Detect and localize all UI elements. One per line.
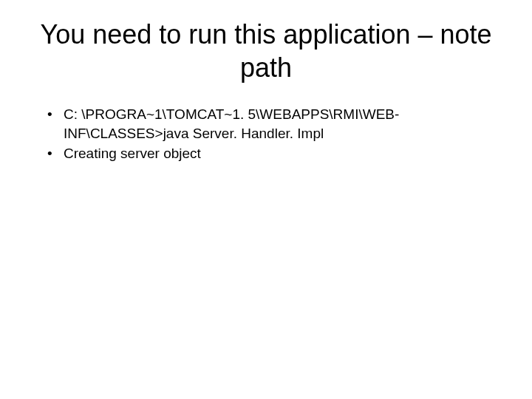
slide-container: You need to run this application – note … [0, 0, 532, 399]
list-item: C: \PROGRA~1\TOMCAT~1. 5\WEBAPPS\RMI\WEB… [44, 105, 495, 143]
list-item: Creating server object [44, 144, 495, 163]
slide-title: You need to run this application – note … [37, 18, 495, 84]
bullet-list: C: \PROGRA~1\TOMCAT~1. 5\WEBAPPS\RMI\WEB… [44, 105, 495, 163]
slide-content: C: \PROGRA~1\TOMCAT~1. 5\WEBAPPS\RMI\WEB… [37, 105, 495, 163]
